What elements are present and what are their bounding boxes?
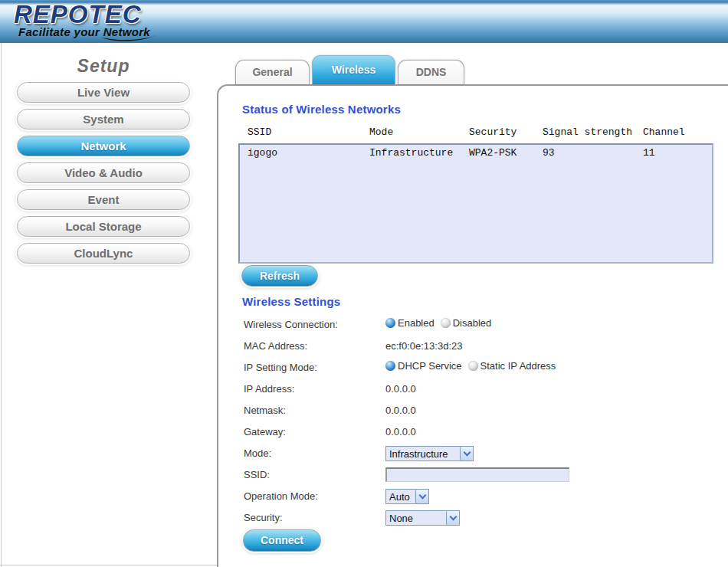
setup-page: { "brand": { "logo": "REPOTEC", "tagline… <box>0 0 728 567</box>
column-header-signal-strength: Signal strength <box>543 126 632 138</box>
chevron-down-icon[interactable] <box>415 490 428 503</box>
column-header-mode: Mode <box>369 126 393 138</box>
tab-general[interactable]: General <box>235 60 310 84</box>
sidebar-item-video-audio[interactable]: Video & Audio <box>17 162 190 183</box>
settings-section-heading: Wireless Settings <box>242 295 340 308</box>
sidebar-item-system[interactable]: System <box>17 109 190 129</box>
column-header-ssid: SSID <box>248 126 271 138</box>
netmask-label: Netmask: <box>244 405 286 416</box>
sidebar-item-network[interactable]: Network <box>17 136 190 156</box>
brand-header: REPOTEC Facilitate your Network <box>0 0 728 43</box>
sidebar-item-live-view[interactable]: Live View <box>17 82 190 103</box>
mode-label: Mode: <box>244 447 271 459</box>
ssid-input[interactable] <box>385 467 569 482</box>
gateway-value: 0.0.0.0 <box>385 426 416 438</box>
security-select-value: None <box>389 513 413 524</box>
operation-mode-select[interactable]: Auto <box>385 489 429 504</box>
ip-address-value: 0.0.0.0 <box>385 383 416 395</box>
operation-mode-label: Operation Mode: <box>244 490 318 502</box>
sidebar-item-local-storage[interactable]: Local Storage <box>17 216 190 237</box>
refresh-button[interactable]: Refresh <box>241 265 318 287</box>
ip-setting-mode-radio-group: DHCP Service Static IP Address <box>385 360 562 372</box>
network-row-ssid[interactable]: igogo <box>248 147 277 159</box>
mode-select[interactable]: Infrastructure <box>385 446 474 461</box>
sidebar-item-event[interactable]: Event <box>17 189 190 210</box>
mac-address-value: ec:f0:0e:13:3d:23 <box>385 340 462 352</box>
wireless-connection-radio-group: Enabled Disabled <box>385 317 497 329</box>
ip-setting-mode-label: IP Setting Mode: <box>244 362 317 373</box>
swoosh-underline <box>100 34 159 44</box>
static-ip-radio-label: Static IP Address <box>480 360 556 372</box>
mac-address-label: MAC Address: <box>244 340 307 352</box>
operation-mode-select-value: Auto <box>389 491 410 503</box>
netmask-value: 0.0.0.0 <box>385 405 416 416</box>
disabled-radio-label: Disabled <box>453 317 492 329</box>
sidebar-title: Setup <box>17 56 190 77</box>
disabled-radio[interactable] <box>441 318 451 328</box>
dhcp-service-radio[interactable] <box>385 361 395 371</box>
chevron-down-icon[interactable] <box>460 447 473 460</box>
enabled-radio[interactable] <box>385 318 395 328</box>
column-header-channel: Channel <box>643 126 685 138</box>
security-select[interactable]: None <box>385 510 460 526</box>
static-ip-radio[interactable] <box>468 361 478 371</box>
network-row-signal-strength[interactable]: 93 <box>543 147 555 159</box>
chevron-down-icon[interactable] <box>446 511 459 525</box>
network-row-channel[interactable]: 11 <box>643 147 655 159</box>
gateway-label: Gateway: <box>244 426 286 438</box>
wireless-connection-label: Wireless Connection: <box>244 319 338 330</box>
dhcp-service-radio-label: DHCP Service <box>398 360 462 372</box>
ip-address-label: IP Address: <box>244 383 294 395</box>
tab-wireless[interactable]: Wireless <box>312 55 395 84</box>
network-row-mode[interactable]: Infrastructure <box>369 147 453 159</box>
column-header-security: Security <box>469 126 516 138</box>
enabled-radio-label: Enabled <box>398 317 435 329</box>
wireless-networks-listbox[interactable] <box>238 143 713 264</box>
page-left-border <box>1 43 2 567</box>
connect-button[interactable]: Connect <box>243 529 321 552</box>
ssid-label: SSID: <box>244 469 270 480</box>
status-section-heading: Status of Wireless Networks <box>242 103 401 116</box>
sidebar-item-cloudlync[interactable]: CloudLync <box>17 243 190 264</box>
tab-bar: General Wireless DDNS <box>235 55 464 84</box>
tab-ddns[interactable]: DDNS <box>398 60 464 84</box>
security-label: Security: <box>244 512 283 523</box>
mode-select-value: Infrastructure <box>389 448 448 460</box>
network-row-security[interactable]: WPA2-PSK <box>469 147 516 159</box>
